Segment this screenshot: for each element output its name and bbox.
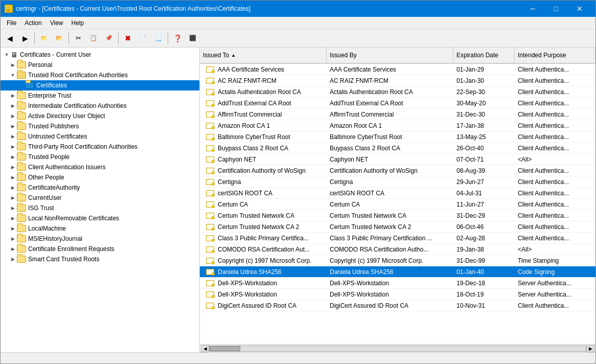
sidebar-item-msie-history[interactable]: ▶ MSIEHistoryJournal	[1, 234, 199, 244]
menu-view[interactable]: View	[46, 18, 67, 28]
table-row[interactable]: Certum CACertum CA11-Jun-27Client Authen…	[200, 199, 595, 210]
expand-personal[interactable]: ▶	[9, 61, 17, 69]
col-header-issued-to[interactable]: Issued To ▲	[200, 48, 327, 63]
expand-enterprise-trust[interactable]: ▶	[9, 92, 17, 100]
console-button[interactable]: ⬛	[186, 31, 200, 46]
table-row[interactable]: Copyright (c) 1997 Microsoft Corp.Copyri…	[200, 255, 595, 266]
expand-ad-user-object[interactable]: ▶	[9, 112, 17, 120]
table-row[interactable]: Certification Authority of WoSignCertifi…	[200, 165, 595, 176]
export-button[interactable]: 📄	[136, 31, 150, 46]
sidebar-item-smart-card[interactable]: ▶ Smart Card Trusted Roots	[1, 254, 199, 264]
sidebar-item-local-machine[interactable]: ▶ LocalMachine	[1, 223, 199, 234]
table-row[interactable]: Actalis Authentication Root CAActalis Au…	[200, 86, 595, 98]
table-row[interactable]: Caphyon NETCaphyon NET07-Oct-71<All>	[200, 154, 595, 165]
menu-file[interactable]: File	[3, 18, 20, 28]
expand-thirdparty-root[interactable]: ▶	[9, 143, 17, 151]
expand-local-machine[interactable]: ▶	[9, 224, 17, 233]
menu-help[interactable]: Help	[67, 18, 88, 28]
table-row[interactable]: Dell-XPS-WorkstationDell-XPS-Workstation…	[200, 278, 595, 289]
sidebar-item-client-auth-issuers[interactable]: ▶ Client Authentication Issuers	[1, 162, 199, 172]
table-row[interactable]: Dell-XPS-WorkstationDell-XPS-Workstation…	[200, 289, 595, 300]
horizontal-scrollbar[interactable]	[209, 346, 586, 352]
table-row[interactable]: Certum Trusted Network CACertum Trusted …	[200, 210, 595, 221]
expand-trusted-publishers[interactable]: ▶	[9, 122, 17, 130]
scroll-left-button[interactable]: ◀	[201, 345, 209, 352]
sidebar-item-trusted-root[interactable]: ▼ Trusted Root Certification Authorities	[1, 70, 199, 80]
expand-current-user[interactable]: ▶	[9, 194, 17, 202]
table-row[interactable]: Certum Trusted Network CA 2Certum Truste…	[200, 221, 595, 233]
table-row[interactable]: AddTrust External CA RootAddTrust Extern…	[200, 98, 595, 109]
copy-button[interactable]: 📋	[86, 31, 101, 46]
table-row[interactable]: Daniela Udrea SHA256Daniela Udrea SHA256…	[200, 266, 595, 278]
expand-intermediate-ca[interactable]: ▶	[9, 102, 17, 110]
label-trusted-root: Trusted Root Certification Authorities	[28, 72, 128, 79]
table-row[interactable]: Buypass Class 2 Root CABuypass Class 2 R…	[200, 143, 595, 154]
horizontal-scrollbar-thumb[interactable]	[210, 346, 240, 351]
table-row[interactable]: DigiCert Assured ID Root CADigiCert Assu…	[200, 300, 595, 311]
expand-trusted-root[interactable]: ▼	[9, 71, 17, 79]
sidebar-item-ad-user-object[interactable]: ▶ Active Directory User Object	[1, 111, 199, 121]
expand-other-people[interactable]: ▶	[9, 173, 17, 181]
help-button[interactable]: ❓	[170, 31, 185, 46]
table-row[interactable]: Class 3 Public Primary Certifica...Class…	[200, 233, 595, 244]
paste-button[interactable]: 📌	[102, 31, 116, 46]
forward-button[interactable]: ▶	[18, 31, 32, 46]
expand-cert-authority[interactable]: ▶	[9, 184, 17, 192]
sidebar-item-current-user[interactable]: ▶ CurrentUser	[1, 193, 199, 203]
delete-button[interactable]: ✖	[121, 31, 135, 46]
sidebar-item-cert-enrollment[interactable]: ▶ Certificate Enrollment Requests	[1, 244, 199, 254]
title-bar-left: 🔐 certmgr - [Certificates - Current User…	[5, 5, 250, 13]
minimize-button[interactable]: ─	[521, 1, 544, 17]
col-header-purpose[interactable]: Intended Purpose	[515, 48, 595, 63]
import-button[interactable]: 📃	[151, 31, 166, 46]
table-row[interactable]: AC RAIZ FNMT-RCMAC RAIZ FNMT-RCM01-Jan-3…	[200, 75, 595, 86]
cut-button[interactable]: ✂	[71, 31, 85, 46]
sidebar-item-other-people[interactable]: ▶ Other People	[1, 172, 199, 183]
table-row[interactable]: COMODO RSA Certification Aut...COMODO RS…	[200, 244, 595, 255]
expand-root[interactable]: ▼	[3, 51, 11, 59]
sidebar-item-certificates[interactable]: Certificates	[1, 80, 199, 90]
table-row[interactable]: Baltimore CyberTrust RootBaltimore Cyber…	[200, 131, 595, 143]
col-header-issued-by[interactable]: Issued By	[327, 48, 453, 63]
sidebar-item-untrusted-certs[interactable]: ▶ Untrusted Certificates	[1, 131, 199, 142]
expand-certificates[interactable]	[17, 81, 25, 89]
sidebar-item-trusted-people[interactable]: ▶ Trusted People	[1, 152, 199, 162]
table-row[interactable]: AffirmTrust CommercialAffirmTrust Commer…	[200, 109, 595, 120]
up-folder-button[interactable]: 📁	[37, 31, 51, 46]
maximize-button[interactable]: □	[544, 1, 568, 17]
expand-untrusted-certs[interactable]: ▶	[9, 132, 17, 141]
expand-cert-enrollment[interactable]: ▶	[9, 245, 17, 253]
sidebar-item-isg-trust[interactable]: ▶ ISG Trust	[1, 203, 199, 213]
tree-item-root[interactable]: ▼ 🖥 Certificates - Current User	[1, 50, 199, 60]
sidebar-item-thirdparty-root[interactable]: ▶ Third-Party Root Certification Authori…	[1, 142, 199, 152]
scroll-right-button[interactable]: ▶	[586, 345, 594, 352]
sidebar-item-personal[interactable]: ▶ Personal	[1, 60, 199, 70]
back-button[interactable]: ◀	[3, 31, 17, 46]
sidebar-item-intermediate-ca[interactable]: ▶ Intermediate Certification Authorities	[1, 101, 199, 111]
issued-to-label: Copyright (c) 1997 Microsoft Corp.	[218, 257, 311, 264]
main-content: ▼ 🖥 Certificates - Current User ▶ Person…	[1, 48, 595, 352]
sidebar-item-local-nonremovable[interactable]: ▶ Local NonRemovable Certificates	[1, 213, 199, 223]
cell-issued-by: AddTrust External CA Root	[327, 99, 453, 108]
sidebar-item-cert-authority[interactable]: ▶ CertificateAuthority	[1, 183, 199, 193]
expand-isg-trust[interactable]: ▶	[9, 204, 17, 212]
label-trusted-people: Trusted People	[28, 153, 70, 161]
expand-msie-history[interactable]: ▶	[9, 235, 17, 243]
expand-local-nonremovable[interactable]: ▶	[9, 214, 17, 222]
col-header-expiry[interactable]: Expiration Date	[453, 48, 515, 63]
cell-issued-to: Certum CA	[200, 200, 327, 209]
expand-smart-card[interactable]: ▶	[9, 255, 17, 263]
close-button[interactable]: ✕	[568, 1, 591, 17]
show-hide-button[interactable]: 📂	[52, 31, 66, 46]
cell-issued-to: Class 3 Public Primary Certifica...	[200, 234, 327, 243]
sidebar-item-trusted-publishers[interactable]: ▶ Trusted Publishers	[1, 121, 199, 131]
table-row[interactable]: Amazon Root CA 1Amazon Root CA 117-Jan-3…	[200, 120, 595, 131]
table-row[interactable]: certSIGN ROOT CAcertSIGN ROOT CA04-Jul-3…	[200, 188, 595, 199]
table-row[interactable]: CertignaCertigna29-Jun-27Client Authenti…	[200, 176, 595, 188]
folder-icon-certificates	[25, 82, 34, 89]
sidebar-item-enterprise-trust[interactable]: ▶ Enterprise Trust	[1, 90, 199, 101]
expand-client-auth-issuers[interactable]: ▶	[9, 163, 17, 171]
table-row[interactable]: AAA Certificate ServicesAAA Certificate …	[200, 64, 595, 75]
menu-action[interactable]: Action	[20, 18, 45, 28]
expand-trusted-people[interactable]: ▶	[9, 153, 17, 161]
